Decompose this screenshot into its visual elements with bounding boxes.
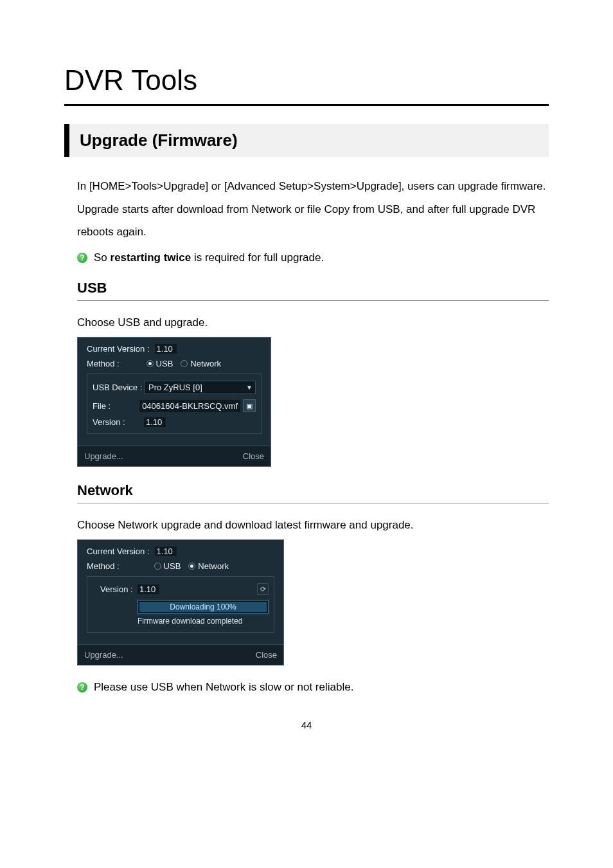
file-label: File : bbox=[93, 401, 139, 411]
page-number: 44 bbox=[64, 719, 549, 730]
usb-device-label: USB Device : bbox=[93, 383, 144, 392]
info-icon: ? bbox=[77, 682, 87, 692]
section-intro: In [HOME>Tools>Upgrade] or [Advanced Set… bbox=[77, 175, 549, 244]
net-version-label: Version : bbox=[100, 584, 138, 594]
file-version-value: 1.10 bbox=[144, 417, 166, 427]
download-progress: Downloading 100% bbox=[138, 600, 269, 614]
page-title: DVR Tools bbox=[64, 64, 549, 96]
document-page: DVR Tools Upgrade (Firmware) In [HOME>To… bbox=[0, 0, 613, 756]
title-rule bbox=[64, 104, 549, 106]
usb-heading: USB bbox=[77, 280, 549, 301]
method-label: Method : bbox=[87, 561, 120, 571]
download-status: Firmware download completed bbox=[138, 617, 269, 626]
network-desc: Choose Network upgrade and download late… bbox=[77, 519, 549, 532]
chevron-down-icon: ▼ bbox=[246, 384, 253, 391]
refresh-icon[interactable]: ⟳ bbox=[257, 583, 269, 595]
network-upgrade-panel: Current Version : 1.10 Method : USB Netw… bbox=[77, 539, 284, 665]
usb-desc: Choose USB and upgrade. bbox=[77, 316, 549, 329]
network-note: ? Please use USB when Network is slow or… bbox=[77, 681, 549, 694]
close-button[interactable]: Close bbox=[256, 650, 277, 660]
section-heading: Upgrade (Firmware) bbox=[80, 131, 538, 150]
browse-file-icon[interactable]: ▣ bbox=[243, 399, 256, 412]
note-text: Please use USB when Network is slow or n… bbox=[94, 681, 353, 694]
section-heading-wrap: Upgrade (Firmware) bbox=[64, 124, 549, 157]
file-value: 04061604-BKLRSCQ.vmf bbox=[139, 400, 240, 412]
method-usb-radio[interactable]: USB bbox=[154, 561, 181, 571]
method-usb-radio[interactable]: USB bbox=[147, 359, 173, 368]
method-network-radio[interactable]: Network bbox=[181, 359, 221, 368]
upgrade-button[interactable]: Upgrade... bbox=[84, 650, 123, 660]
current-version-label: Current Version : bbox=[87, 344, 150, 354]
network-heading: Network bbox=[77, 482, 549, 503]
upgrade-button[interactable]: Upgrade... bbox=[84, 451, 123, 461]
usb-upgrade-panel: Current Version : 1.10 Method : USB Netw… bbox=[77, 337, 271, 467]
method-network-radio[interactable]: Network bbox=[188, 561, 229, 571]
close-button[interactable]: Close bbox=[243, 451, 264, 461]
info-icon: ? bbox=[77, 253, 87, 263]
net-version-value: 1.10 bbox=[138, 584, 159, 594]
current-version-value: 1.10 bbox=[155, 547, 177, 556]
restart-note: ? So restarting twice is required for fu… bbox=[77, 251, 549, 264]
usb-device-dropdown[interactable]: Pro ZyRUS [0] ▼ bbox=[144, 381, 256, 394]
note-text: So restarting twice is required for full… bbox=[94, 251, 324, 264]
current-version-label: Current Version : bbox=[87, 547, 150, 556]
file-version-label: Version : bbox=[93, 417, 144, 427]
current-version-value: 1.10 bbox=[155, 344, 177, 354]
method-label: Method : bbox=[87, 359, 120, 368]
